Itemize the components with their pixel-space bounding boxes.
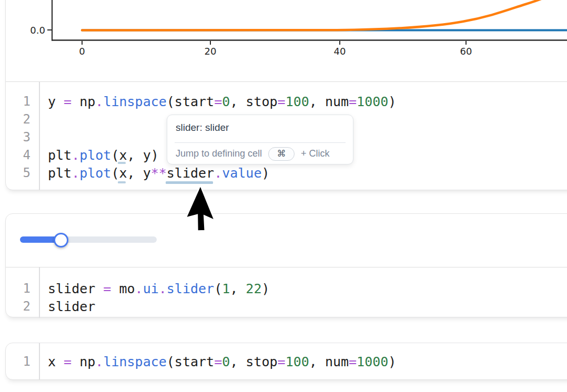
x-ref-underline xyxy=(118,181,126,183)
notebook-page: 1y = np.linspace(start=0, stop=100, num=… xyxy=(0,0,567,392)
code-line[interactable]: 5plt.plot(x, y**slider.value) xyxy=(6,164,567,182)
line-number: 2 xyxy=(6,299,39,314)
code-text[interactable]: plt.plot(x, y) xyxy=(48,148,159,163)
line-number: 5 xyxy=(6,166,39,180)
code-text[interactable]: slider xyxy=(48,299,95,314)
line-number: 1 xyxy=(6,281,39,296)
slider-handle[interactable] xyxy=(54,233,68,247)
code-text[interactable]: slider = mo.ui.slider(1, 22) xyxy=(48,281,270,296)
code-line[interactable]: 1x = np.linspace(start=0, stop=100, num=… xyxy=(6,353,567,370)
code-text[interactable]: y = np.linspace(start=0, stop=100, num=1… xyxy=(48,94,396,109)
variable-tooltip: slider: slider Jump to defining cell ⌘ +… xyxy=(167,115,353,164)
tooltip-divider xyxy=(175,142,346,143)
code-line[interactable]: 1y = np.linspace(start=0, stop=100, num=… xyxy=(6,92,567,110)
code-line[interactable]: 2slider xyxy=(6,297,567,315)
line-number: 4 xyxy=(6,148,39,162)
tooltip-hint-row: Jump to defining cell ⌘ + Click xyxy=(176,143,348,164)
tooltip-click-label: + Click xyxy=(301,148,330,159)
cell-slider: 1slider = mo.ui.slider(1, 22)2slider xyxy=(5,213,567,317)
code-editor[interactable]: 1x = np.linspace(start=0, stop=100, num=… xyxy=(6,343,567,380)
command-key-icon: ⌘ xyxy=(268,147,295,161)
line-number: 2 xyxy=(6,112,39,127)
x-ref-underline xyxy=(118,162,126,164)
cell-x-linspace: 1x = np.linspace(start=0, stop=100, num=… xyxy=(5,343,567,380)
slider-ref-underline-hover[interactable] xyxy=(166,181,213,184)
code-editor[interactable]: 1slider = mo.ui.slider(1, 22)2slider xyxy=(6,267,567,318)
line-number: 3 xyxy=(6,130,39,145)
line-number: 1 xyxy=(6,94,39,109)
tooltip-title: slider: slider xyxy=(176,122,345,133)
line-number: 1 xyxy=(6,354,39,369)
code-line[interactable]: 1slider = mo.ui.slider(1, 22) xyxy=(6,280,567,297)
plot-output-area xyxy=(6,0,567,82)
tooltip-action-label: Jump to defining cell xyxy=(176,148,262,159)
code-text[interactable]: plt.plot(x, y**slider.value) xyxy=(48,166,270,181)
code-text[interactable]: x = np.linspace(start=0, stop=100, num=1… xyxy=(48,354,396,369)
